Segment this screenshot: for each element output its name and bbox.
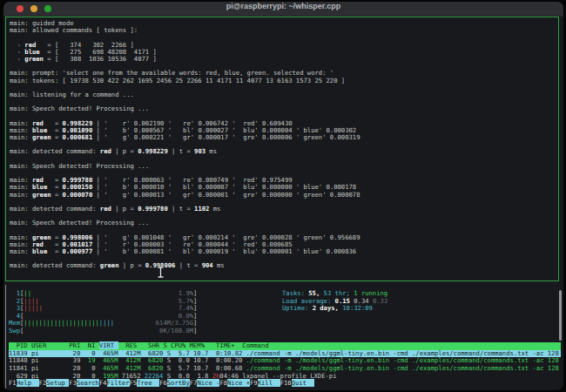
text-segment: red [100,147,111,155]
fkey-f1-help[interactable]: F1 [9,379,17,387]
terminal-line: main: green = 0.000681 | ' g' 0.000221 '… [10,134,558,141]
terminal-line: main: detected command: red | p = 0.9982… [10,148,558,155]
text-segment: main: Speech detected! Processing ... [10,105,149,112]
terminal-line: main: allowed commands [ tokens ]: [10,27,558,34]
fkey-f7-nice-minus[interactable]: Nice - [197,379,219,387]
text-segment: Uptime: [282,304,313,312]
text-segment: green [32,191,51,199]
htop-info-column: Tasks: 55, 53 thr; 1 runningLoad average… [282,290,387,313]
whisper-output: main: guided modemain: allowed commands … [10,20,558,270]
htop-fkey-bar: F1Help F2Setup F3SearchF4FilterF5Tree F6… [9,380,561,388]
terminal-line: main: detected command: green | p = 0.99… [10,262,558,269]
text-segment: | ' b' 0.000081 ' bl' 0.000019 ' blu' 0.… [92,247,356,255]
text-segment: main: listening for a command ... [10,91,134,98]
text-segment: 0K/100.0M [159,327,193,335]
ibeam-cursor-icon [157,265,165,281]
terminal-line: main: blue = 0.000977 | ' b' 0.000081 ' … [10,248,558,255]
fkey-f3-search[interactable]: Search [77,379,99,387]
text-segment: | t = [168,205,194,213]
minimize-button[interactable] [30,5,37,12]
fkey-f2-setup[interactable]: Setup [46,379,69,387]
text-segment: main: [10,247,32,255]
terminal-window: pi@raspberrypi: ~/whisper.cpp main: guid… [3,2,563,390]
fkey-f10-quit[interactable]: Quit [292,379,314,387]
text-segment: main: detected command: [10,147,100,155]
fkey-f4-filter[interactable]: Filter [107,379,130,387]
zoom-button[interactable] [44,5,51,12]
text-segment: red [100,205,111,213]
text-segment: - [10,55,24,63]
fkey-f8-nice-plus[interactable]: Nice + [227,379,250,387]
fkey-f3-search[interactable]: F3 [69,379,77,387]
text-segment [24,327,159,335]
text-segment: main: [10,191,32,199]
fkey-f6-sortby[interactable]: SortBy [167,379,190,387]
text-segment: main: Speech detected! Processing ... [10,219,149,226]
whisper-command-pane[interactable]: main: guided modemain: allowed commands … [5,17,559,281]
fkey-f5-tree[interactable]: F5 [130,379,138,387]
htop-swap-meter: Swp[ 0K/100.0M] [9,328,561,335]
text-segment: main: tokens: [ 19738 530 422 262 1695 2… [10,77,345,84]
text-segment: main: [10,133,32,141]
text-segment: 0.000681 [63,133,93,141]
fkey-f6-sortby[interactable]: F6 [159,379,167,387]
text-segment: green [32,133,51,141]
fkey-f9-kill[interactable]: Kill [258,379,280,387]
text-segment: ms [206,147,217,155]
text-segment: = [51,191,63,199]
terminal-line: main: Speech detected! Processing ... [10,163,558,170]
fkey-f9-kill[interactable]: F9 [250,379,258,387]
text-segment: blue [32,247,47,255]
text-segment: 903 [194,147,206,155]
terminal-line: main: green = 0.000070 | ' g' 0.000013 '… [10,192,558,199]
text-segment: 0.33 [373,297,387,305]
terminal-line: main: detected command: red | p = 0.9997… [10,206,558,213]
terminal-line: main: Speech detected! Processing ... [10,220,558,226]
text-segment: green [24,55,44,63]
text-segment: 1102 [194,205,209,213]
htop-pane[interactable]: 1[|| 1.9%] 2[|||| 5.7%] 3[||||| 7.4%] 4[… [5,285,561,389]
text-segment: | p = [119,261,145,269]
text-segment: 0.000070 [63,191,93,199]
text-segment: 10:32:09 [342,304,373,312]
text-segment: ] [193,327,197,335]
text-segment: = [51,133,63,141]
text-segment: main: Speech detected! Processing ... [10,162,149,170]
terminal-line: main: listening for a command ... [10,91,558,98]
text-segment: | ' g' 0.000221 ' gr' 0.000017 ' gre' 0.… [92,133,360,141]
text-segment: ms [213,261,225,269]
terminal-line: main: Speech detected! Processing ... [10,105,558,112]
close-button[interactable] [17,5,24,12]
htop-uptime: Uptime: 2 days, 10:32:09 [282,305,387,313]
text-segment: 0.000977 [63,247,93,255]
terminal-line: - green = [ 308 1036 10536 4077 ] [10,56,558,63]
window-title: pi@raspberrypi: ~/whisper.cpp [3,2,563,16]
text-segment: | p = [111,205,138,213]
terminal-line: main: tokens: [ 19738 530 422 262 1695 2… [10,78,558,84]
text-segment: = [47,247,62,255]
fkey-f1-help[interactable]: Help [17,379,39,387]
text-segment: 2 days, [313,304,343,312]
text-segment: main: detected command: [10,205,100,213]
fkey-f2-setup[interactable]: F2 [39,379,47,387]
text-segment: | ' g' 0.000013 ' gr' 0.000001 ' gre' 0.… [92,191,360,199]
text-segment: main: allowed commands [ tokens ]: [10,26,138,34]
text-segment: green [100,261,119,269]
text-segment: main: detected command: [10,261,100,269]
fkey-f8-nice-plus[interactable]: F8 [219,379,227,387]
text-segment: Swp [9,327,20,335]
text-segment: 904 [202,261,213,269]
text-segment: | t = [168,147,194,155]
fkey-f5-tree[interactable]: Tree [137,379,159,387]
window-titlebar[interactable]: pi@raspberrypi: ~/whisper.cpp [3,2,563,17]
text-segment: | p = [111,147,138,155]
fkey-f4-filter[interactable]: F4 [99,379,107,387]
text-segment: 0.999780 [138,205,168,213]
desktop: pi@raspberrypi: ~/whisper.cpp main: guid… [0,0,566,392]
text-segment: | t = [175,261,201,269]
text-segment: ms [209,205,220,213]
fkey-f10-quit[interactable]: F10 [280,379,292,387]
text-segment: 0.998229 [138,147,168,155]
scrollbar-thumb[interactable] [559,290,562,341]
text-segment: = [ 308 1036 10536 4077 ] [44,55,157,63]
